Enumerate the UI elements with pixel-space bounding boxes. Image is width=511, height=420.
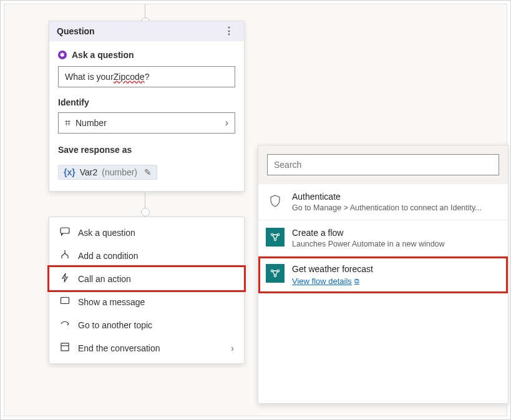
chevron-right-icon: › — [231, 343, 234, 353]
branch-icon — [59, 250, 71, 261]
action-picker-panel: Authenticate Go to Manage > Authenticati… — [258, 145, 509, 404]
menu-item-call-action[interactable]: Call an action — [49, 267, 244, 290]
svg-rect-2 — [61, 343, 69, 351]
shield-icon — [266, 192, 285, 210]
goto-icon — [59, 319, 71, 331]
action-subtitle: Go to Manage > Authentication to connect… — [292, 203, 500, 212]
svg-point-9 — [274, 275, 276, 276]
menu-item-label: End the conversation — [78, 343, 160, 353]
menu-item-goto-topic[interactable]: Go to another topic — [49, 313, 244, 336]
menu-item-label: Call an action — [78, 274, 131, 284]
action-title: Authenticate — [292, 192, 500, 202]
flow-icon — [266, 228, 285, 247]
view-flow-details-link[interactable]: View flow details ⧉ — [292, 276, 359, 286]
external-link-icon: ⧉ — [354, 277, 359, 285]
action-list: Authenticate Go to Manage > Authenticati… — [258, 184, 508, 403]
action-item-get-weather[interactable]: Get weather forecast View flow details ⧉ — [258, 256, 508, 293]
menu-item-label: Go to another topic — [78, 320, 152, 330]
question-node[interactable]: Question ⋮ ✱ Ask a question What is your… — [49, 21, 245, 192]
action-item-authenticate[interactable]: Authenticate Go to Manage > Authenticati… — [258, 184, 508, 220]
variable-name: Var2 — [80, 167, 98, 177]
question-text-input[interactable]: What is your Zipcode? — [58, 66, 235, 87]
identify-select[interactable]: ⌗ Number › — [58, 112, 235, 134]
chat-bubble-icon: ✱ — [58, 51, 67, 59]
action-subtitle: Launches Power Automate in a new window — [292, 240, 500, 248]
more-icon[interactable]: ⋮ — [221, 26, 236, 36]
message-icon — [59, 296, 71, 308]
variable-chip[interactable]: {x} Var2 (number) ✎ — [58, 165, 157, 180]
svg-point-8 — [277, 270, 279, 271]
question-node-header[interactable]: Question ⋮ — [49, 21, 244, 41]
save-response-label: Save response as — [58, 145, 235, 155]
svg-point-4 — [271, 233, 273, 235]
menu-item-add-condition[interactable]: Add a condition — [49, 244, 244, 267]
action-title: Get weather forecast — [292, 264, 500, 274]
ask-question-label: ✱ Ask a question — [58, 50, 235, 60]
svg-rect-0 — [61, 228, 69, 233]
canvas: Question ⋮ ✱ Ask a question What is your… — [4, 4, 507, 416]
variable-type: (number) — [102, 167, 137, 177]
action-item-create-flow[interactable]: Create a flow Launches Power Automate in… — [258, 220, 508, 256]
question-node-title: Question — [57, 26, 95, 36]
question-node-body: ✱ Ask a question What is your Zipcode? I… — [49, 41, 244, 191]
svg-point-5 — [277, 233, 279, 235]
node-connector-top — [145, 4, 145, 22]
bolt-icon — [59, 273, 71, 285]
menu-item-label: Add a condition — [78, 251, 139, 261]
entity-icon: ⌗ — [65, 117, 71, 129]
svg-rect-1 — [61, 298, 69, 304]
svg-point-7 — [271, 270, 273, 271]
action-title: Create a flow — [292, 228, 500, 238]
search-input[interactable] — [267, 154, 499, 175]
svg-point-6 — [274, 238, 276, 240]
menu-item-end-conversation[interactable]: End the conversation › — [49, 336, 244, 359]
menu-item-label: Show a message — [78, 297, 145, 307]
menu-item-label: Ask a question — [78, 228, 135, 238]
identify-value: Number — [75, 118, 107, 128]
edit-icon[interactable]: ✎ — [144, 167, 152, 177]
menu-item-show-message[interactable]: Show a message — [49, 290, 244, 313]
end-icon — [59, 342, 71, 354]
node-connector-bottom — [145, 192, 145, 212]
flow-icon — [266, 264, 285, 283]
variable-icon: {x} — [64, 167, 75, 177]
identify-label: Identify — [58, 97, 235, 107]
search-wrap — [258, 145, 508, 184]
add-node-menu: Ask a question Add a condition Call an a… — [49, 217, 245, 364]
menu-item-ask-question[interactable]: Ask a question — [49, 221, 244, 244]
chat-icon — [59, 227, 71, 238]
chevron-right-icon: › — [225, 117, 228, 129]
